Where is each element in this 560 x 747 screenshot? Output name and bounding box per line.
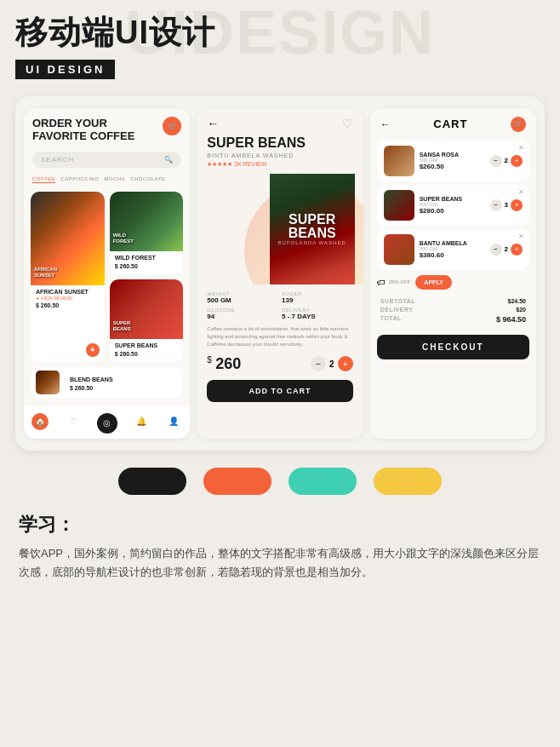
- p3-cart-badge: 🛒: [511, 117, 526, 132]
- p1-cat-coffee[interactable]: COFFEE: [32, 176, 55, 183]
- p1-product-african-sunset[interactable]: AFRICANSUNSET AFRICAN SUNSET ★ 4.8(2K RE…: [31, 192, 105, 362]
- p2-spec-suger: SUGER 139: [282, 291, 353, 304]
- p2-add-to-cart-btn[interactable]: ADD TO CART: [207, 380, 352, 402]
- p3-superbeans-img: [384, 190, 414, 221]
- p1-nav-heart[interactable]: ♡: [64, 413, 81, 430]
- p1-african-label: AFRICANSUNSET: [34, 267, 57, 279]
- p3-item-sansa: SANSA ROSA 500 GM $260.50 − 2 + ✕: [377, 141, 529, 181]
- p3-bantu-img: [384, 234, 414, 265]
- p3-subtotal-row: SUBTOTAL $24.50: [380, 298, 526, 304]
- header-section: 移动端UI设计 UI DESIGN: [15, 9, 545, 96]
- p1-blend-price: $ 260.50: [65, 383, 118, 391]
- p2-bag-sublabel: BUFOLANDA WASHED: [278, 240, 346, 245]
- p1-wild-label: WILDFOREST: [113, 233, 134, 244]
- p3-delivery-label: DELIVERY: [380, 307, 414, 313]
- p3-checkout-btn[interactable]: CHECKOUT: [377, 335, 529, 359]
- p3-bantu-qty: − 2 +: [490, 244, 523, 256]
- p1-cat-chocolate[interactable]: CHOCOLATE: [130, 176, 165, 183]
- p3-superbeans-price: $280.00: [420, 207, 485, 215]
- p2-qty-num: 2: [329, 359, 334, 369]
- p1-categories: COFFEE CAPPUCCINO MOCHA CHOCOLATE: [24, 173, 190, 187]
- p2-product-name: SUPER BEANS: [197, 134, 363, 152]
- p2-heart-icon[interactable]: ♡: [342, 117, 353, 130]
- p3-delivery-row: DELIVERY $20: [380, 307, 526, 313]
- p3-superbeans-plus[interactable]: +: [511, 199, 523, 211]
- p3-superbeans-minus[interactable]: −: [490, 199, 502, 211]
- swatch-dark: [118, 468, 186, 495]
- p1-nav-home[interactable]: 🏠: [31, 413, 49, 430]
- p2-spec-weight: WEIGHT 500 GM: [207, 291, 278, 304]
- p3-subtotal-value: $24.50: [508, 298, 526, 304]
- p1-product-blend-beans[interactable]: BLEND BEANS $ 260.50: [31, 367, 183, 398]
- p2-description: Coffee contains a lot of antioxidants, t…: [197, 324, 363, 352]
- p3-back-arrow[interactable]: ←: [380, 118, 391, 130]
- p3-sansa-qty-num: 2: [505, 157, 508, 164]
- p2-background: ← ♡ SUPER BEANS BINTU AMBELA WASHED ★★★★…: [197, 108, 363, 439]
- p3-totals: SUBTOTAL $24.50 DELIVERY $20 TOTAL $ 964…: [370, 295, 536, 330]
- p2-price: $ 260: [207, 355, 241, 373]
- p1-super-label: SUPERBEANS: [113, 320, 131, 332]
- p3-sansa-remove[interactable]: ✕: [518, 144, 524, 152]
- p2-price-row: $ 260 − 2 +: [197, 352, 363, 376]
- p2-header: ← ♡: [197, 108, 363, 134]
- p1-bottom-nav: 🏠 ♡ ◎ 🔔 👤: [24, 406, 190, 439]
- p3-sansa-img: [384, 146, 414, 176]
- p1-search-bar[interactable]: SEARCH 🔍: [32, 152, 181, 168]
- p1-products-grid: AFRICANSUNSET AFRICAN SUNSET ★ 4.8(2K RE…: [24, 187, 190, 367]
- p3-subtotal-label: SUBTOTAL: [380, 298, 415, 304]
- p1-cart-icon[interactable]: 🛒: [163, 117, 181, 135]
- p3-coupon-text: 25% OFF: [389, 279, 411, 284]
- p1-nav-bell[interactable]: 🔔: [133, 413, 150, 430]
- p1-product-super-beans[interactable]: SUPERBEANS SUPER BEANS $ 260.50: [110, 279, 184, 362]
- p3-bantu-minus[interactable]: −: [490, 244, 502, 256]
- p1-cat-mocha[interactable]: MOCHA: [104, 176, 125, 183]
- p1-cat-cappuccino[interactable]: CAPPUCCINO: [60, 176, 99, 183]
- mockups-container: ORDER YOUR FAVORITE COFFEE 🛒 SEARCH 🔍 CO…: [15, 96, 545, 451]
- p3-bantu-info: BANTU AMBELA 500 GM $380.60: [420, 240, 485, 259]
- p1-product-wild-forest[interactable]: WILDFOREST WILD FOREST $ 260.50: [110, 192, 184, 274]
- p2-product-visual: SUPERBEANS BUFOLANDA WASHED: [197, 174, 363, 284]
- p2-stars: ★★★★★ 2K REVIEW: [197, 158, 363, 170]
- p2-qty-plus[interactable]: +: [338, 356, 353, 371]
- p3-superbeans-name: SUPER BEANS: [420, 196, 485, 202]
- p2-spec-delivery: DELIVERY 5 - 7 DAYS: [282, 307, 353, 320]
- p3-item-bantu: BANTU AMBELA 500 GM $380.60 − 2 + ✕: [377, 229, 529, 270]
- swatch-yellow: [374, 468, 442, 495]
- p3-header: ← CART 🛒: [370, 108, 536, 137]
- p3-total-value: $ 964.50: [496, 315, 526, 324]
- p1-search-text: SEARCH: [41, 156, 74, 164]
- p1-order-title: ORDER YOUR FAVORITE COFFEE: [32, 117, 181, 143]
- p3-bantu-qty-num: 2: [505, 245, 508, 253]
- main-title: 移动端UI设计: [15, 15, 545, 51]
- p1-blend-img: [36, 371, 60, 394]
- p3-sansa-minus[interactable]: −: [490, 155, 502, 167]
- p2-bag-label: SUPERBEANS: [289, 213, 336, 240]
- p3-coupon-row: 🏷 25% OFF APPLY: [377, 275, 529, 290]
- p3-bantu-remove[interactable]: ✕: [518, 233, 524, 240]
- p2-qty-minus[interactable]: −: [311, 356, 326, 371]
- p3-sansa-plus[interactable]: +: [511, 155, 523, 167]
- p3-apply-btn[interactable]: APPLY: [415, 275, 452, 290]
- p3-total-label: TOTAL: [380, 315, 402, 324]
- p2-spec-glucose: GLUCOSE 94: [207, 307, 278, 320]
- p3-bantu-plus[interactable]: +: [511, 244, 523, 256]
- p3-sansa-qty: − 2 +: [490, 155, 523, 167]
- p2-coffee-bag: SUPERBEANS BUFOLANDA WASHED: [270, 174, 355, 284]
- p1-nav-user[interactable]: 👤: [165, 413, 182, 430]
- p2-back-arrow[interactable]: ←: [207, 117, 219, 130]
- phone2-screen: ← ♡ SUPER BEANS BINTU AMBELA WASHED ★★★★…: [197, 108, 363, 439]
- p1-add-african-btn[interactable]: +: [86, 343, 100, 357]
- p3-superbeans-remove[interactable]: ✕: [518, 188, 524, 196]
- p1-nav-camera[interactable]: ◎: [97, 413, 117, 434]
- p1-blend-row: BLEND BEANS $ 260.50: [24, 367, 190, 401]
- phone3-screen: ← CART 🛒 SANSA ROSA 500 GM $260.50 − 2: [370, 108, 536, 439]
- desc-text: 餐饮APP，国外案例，简约留白的作品，整体的文字搭配非常有高级感，用大小跟文字的…: [19, 544, 541, 582]
- p3-total-row-final: TOTAL $ 964.50: [380, 315, 526, 324]
- p3-background: ← CART 🛒 SANSA ROSA 500 GM $260.50 − 2: [370, 108, 536, 439]
- p3-delivery-value: $20: [516, 307, 526, 313]
- p3-cart-title: CART: [433, 118, 467, 130]
- p3-bantu-name: BANTU AMBELA: [420, 240, 485, 246]
- p2-specs: WEIGHT 500 GM SUGER 139 GLUCOSE 94 DELIV…: [197, 288, 363, 324]
- phone1-screen: ORDER YOUR FAVORITE COFFEE 🛒 SEARCH 🔍 CO…: [24, 108, 190, 439]
- desc-section: 学习： 餐饮APP，国外案例，简约留白的作品，整体的文字搭配非常有高级感，用大小…: [15, 507, 545, 590]
